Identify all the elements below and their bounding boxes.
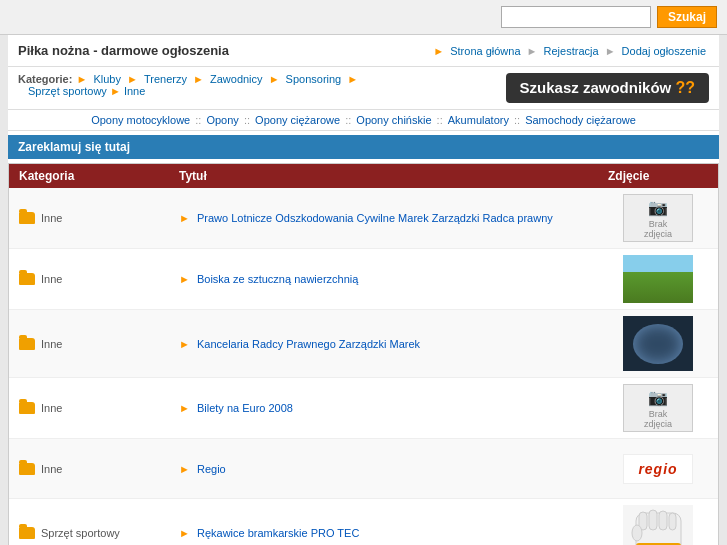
folder-icon [19,338,35,350]
row-link[interactable]: Kancelaria Radcy Prawnego Zarządzki Mare… [197,338,420,350]
col-title: Tytuł [179,169,608,183]
search-banner[interactable]: Szukasz zawodników ?? [506,73,709,103]
cat-sprzet[interactable]: Sprzęt sportowy [28,85,107,97]
row-link[interactable]: Bilety na Euro 2008 [197,402,293,414]
cat-kluby[interactable]: Kluby [93,73,121,85]
row-category-label: Inne [41,402,62,414]
no-image-placeholder: 📷 Brak zdjęcia [623,194,693,242]
no-image-text: Brak [649,219,668,229]
row-link[interactable]: Rękawice bramkarskie PRO TEC [197,527,359,539]
regio-badge: regio [623,454,693,484]
row-category: Inne [19,338,179,350]
camera-icon: 📷 [648,388,668,407]
row-category: Inne [19,273,179,285]
field-image [623,255,693,303]
listing-table: Kategoria Tytuł Zdjęcie Inne ► Prawo Lot… [8,163,719,545]
nav-home[interactable]: Strona główna [450,45,520,57]
xray-image [623,316,693,371]
svg-rect-3 [659,511,667,530]
svg-point-5 [632,525,642,541]
row-image: 📷 Brak zdjęcia [608,194,708,242]
site-title: Piłka nożna - darmowe ogłoszenia [18,43,229,58]
arrow-icon: ► [179,273,190,285]
promo-opony-moto[interactable]: Opony motocyklowe [91,114,190,126]
table-row: Inne ► Boiska ze sztuczną nawierzchnią [9,249,718,310]
glove-svg [631,508,686,546]
row-image [608,505,708,545]
row-title: ► Boiska ze sztuczną nawierzchnią [179,273,608,285]
arrow-icon: ► [179,212,190,224]
row-link[interactable]: Boiska ze sztuczną nawierzchnią [197,273,358,285]
row-category-label: Inne [41,463,62,475]
table-row: Inne ► Prawo Lotnicze Odszkodowania Cywi… [9,188,718,249]
search-banner-text: Szukasz zawodników ?? [520,79,695,97]
row-category: Inne [19,463,179,475]
nav-links: ► Strona główna ► Rejestracja ► Dodaj og… [433,45,709,57]
promo-opony[interactable]: Opony [206,114,238,126]
arrow-icon: ► [179,402,190,414]
regio-text: regio [638,461,677,477]
search-input[interactable] [501,6,651,28]
promo-opony-ciezar[interactable]: Opony ciężarowe [255,114,340,126]
row-title: ► Rękawice bramkarskie PRO TEC [179,527,608,539]
row-category: Inne [19,212,179,224]
svg-rect-2 [649,510,657,530]
row-image: 📷 Brak zdjęcia [608,384,708,432]
promo-bar: Opony motocyklowe :: Opony :: Opony cięż… [8,110,719,131]
folder-icon [19,402,35,414]
promo-opony-chin[interactable]: Opony chińskie [356,114,431,126]
nav-add[interactable]: Dodaj ogłoszenie [622,45,706,57]
svg-rect-4 [669,513,676,530]
xray-inner [633,324,683,364]
camera-icon: 📷 [648,198,668,217]
cat-zawodnicy[interactable]: Zawodnicy [210,73,263,85]
advertise-bar[interactable]: Zareklamuj się tutaj [8,135,719,159]
category-label: Kategorie: [18,73,72,85]
folder-icon [19,527,35,539]
promo-samochody[interactable]: Samochody ciężarowe [525,114,636,126]
row-title: ► Kancelaria Radcy Prawnego Zarządzki Ma… [179,338,608,350]
arrow-icon: ► [179,463,190,475]
row-link[interactable]: Regio [197,463,226,475]
row-image: regio [608,454,708,484]
row-title: ► Bilety na Euro 2008 [179,402,608,414]
promo-akumul[interactable]: Akumulatory [448,114,509,126]
row-category-label: Inne [41,338,62,350]
row-category-label: Sprzęt sportowy [41,527,120,539]
cat-trenerzy[interactable]: Trenerzy [144,73,187,85]
no-image-text2: zdjęcia [644,229,672,239]
row-image [608,255,708,303]
folder-icon [19,463,35,475]
glove-image [623,505,693,545]
table-header: Kategoria Tytuł Zdjęcie [9,164,718,188]
folder-icon [19,212,35,224]
search-button[interactable]: Szukaj [657,6,717,28]
row-category: Sprzęt sportowy [19,527,179,539]
category-nav: Kategorie: ► Kluby ► Trenerzy ► Zawodnic… [18,73,359,85]
table-row: Inne ► Regio regio [9,439,718,499]
nav-sep1: ► [527,45,538,57]
no-image-placeholder: 📷 Brak zdjęcia [623,384,693,432]
table-row: Inne ► Kancelaria Radcy Prawnego Zarządz… [9,310,718,378]
col-category: Kategoria [19,169,179,183]
cat-inne[interactable]: Inne [124,85,145,97]
table-row: Sprzęt sportowy ► Rękawice bramkarskie P… [9,499,718,545]
row-title: ► Regio [179,463,608,475]
no-image-text2: zdjęcia [644,419,672,429]
folder-icon [19,273,35,285]
cat-sponsoring[interactable]: Sponsoring [286,73,342,85]
row-title: ► Prawo Lotnicze Odszkodowania Cywilne M… [179,212,608,224]
row-link[interactable]: Prawo Lotnicze Odszkodowania Cywilne Mar… [197,212,553,224]
arrow-icon: ► [433,45,444,57]
nav-register[interactable]: Rejestracja [544,45,599,57]
arrow-icon: ► [179,527,190,539]
arrow-icon: ► [179,338,190,350]
row-image [608,316,708,371]
nav-sep2: ► [605,45,616,57]
row-category: Inne [19,402,179,414]
no-image-text: Brak [649,409,668,419]
col-image: Zdjęcie [608,169,708,183]
table-row: Inne ► Bilety na Euro 2008 📷 Brak zdjęci… [9,378,718,439]
row-category-label: Inne [41,212,62,224]
row-category-label: Inne [41,273,62,285]
